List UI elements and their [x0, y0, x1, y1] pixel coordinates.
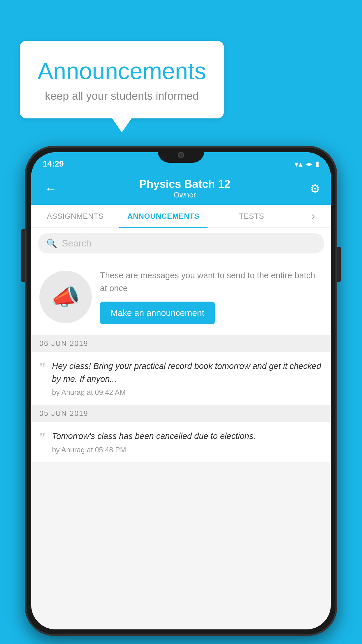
tabs-bar: ASSIGNMENTS ANNOUNCEMENTS TESTS ›: [31, 205, 331, 228]
quote-icon-2: ": [39, 431, 45, 446]
announcement-meta-2: by Anurag at 05:48 PM: [52, 446, 323, 454]
signal-icon: ◂▸: [305, 160, 312, 168]
announcement-item-1: " Hey class! Bring your practical record…: [31, 352, 331, 405]
search-bar[interactable]: 🔍 Search: [38, 233, 324, 253]
header-title: Physics Batch 12: [139, 178, 231, 190]
tab-assignments[interactable]: ASSIGNMENTS: [31, 205, 119, 228]
tab-announcements[interactable]: ANNOUNCEMENTS: [119, 205, 207, 228]
promo-right: These are messages you want to send to t…: [100, 269, 323, 324]
app-header: ← Physics Batch 12 Owner ⚙: [31, 173, 331, 205]
search-icon: 🔍: [46, 238, 57, 249]
header-center: Physics Batch 12 Owner: [139, 178, 231, 200]
speech-bubble-container: Announcements keep all your students inf…: [20, 41, 224, 118]
status-time: 14:29: [43, 159, 64, 169]
bubble-title: Announcements: [34, 58, 209, 84]
announcement-item-2: " Tomorrow's class has been cancelled du…: [31, 422, 331, 462]
promo-icon-circle: 📣: [39, 271, 92, 323]
date-separator-1: 06 JUN 2019: [31, 335, 331, 352]
make-announcement-button[interactable]: Make an announcement: [100, 302, 215, 324]
tab-more[interactable]: ›: [296, 205, 331, 228]
announcement-text-1: Hey class! Bring your practical record b…: [52, 360, 323, 385]
search-container: 🔍 Search: [31, 228, 331, 259]
announcement-body-2: Tomorrow's class has been cancelled due …: [52, 430, 323, 454]
header-subtitle: Owner: [139, 190, 231, 200]
announcement-body-1: Hey class! Bring your practical record b…: [52, 360, 323, 397]
announcement-text-2: Tomorrow's class has been cancelled due …: [52, 430, 323, 443]
phone-device: 14:29 ▾▴ ◂▸ ▮ ← Physics Batch 12 Owner ⚙: [25, 146, 337, 636]
back-button[interactable]: ←: [42, 179, 60, 199]
battery-icon: ▮: [315, 160, 319, 168]
megaphone-icon: 📣: [51, 283, 80, 311]
settings-icon[interactable]: ⚙: [310, 182, 320, 195]
promo-description: These are messages you want to send to t…: [100, 269, 323, 295]
quote-icon-1: ": [39, 361, 45, 376]
phone-screen: 14:29 ▾▴ ◂▸ ▮ ← Physics Batch 12 Owner ⚙: [31, 152, 331, 629]
phone-notch: [158, 148, 204, 163]
bubble-subtitle: keep all your students informed: [34, 90, 209, 102]
date-separator-2: 05 JUN 2019: [31, 405, 331, 422]
camera-notch: [178, 152, 184, 158]
promo-section: 📣 These are messages you want to send to…: [31, 259, 331, 335]
tab-tests[interactable]: TESTS: [208, 205, 296, 228]
speech-bubble: Announcements keep all your students inf…: [20, 41, 224, 118]
phone-outer: 14:29 ▾▴ ◂▸ ▮ ← Physics Batch 12 Owner ⚙: [25, 146, 337, 636]
search-placeholder: Search: [62, 238, 91, 249]
wifi-icon: ▾▴: [294, 159, 303, 169]
status-icons: ▾▴ ◂▸ ▮: [294, 159, 319, 169]
announcement-meta-1: by Anurag at 09:42 AM: [52, 388, 323, 397]
